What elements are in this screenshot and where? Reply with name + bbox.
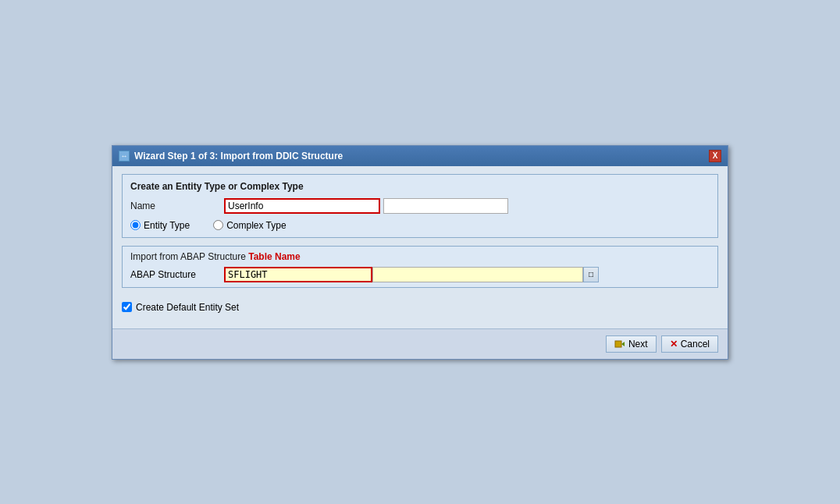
close-button[interactable]: X: [709, 150, 721, 162]
name-input-secondary[interactable]: [383, 198, 508, 214]
abap-structure-secondary[interactable]: [372, 267, 583, 282]
complex-type-label: Complex Type: [226, 220, 286, 231]
import-section: Import from ABAP Structure Table Name AB…: [122, 246, 718, 288]
abap-structure-input[interactable]: [224, 267, 372, 282]
create-type-title: Create an Entity Type or Complex Type: [130, 181, 710, 192]
cancel-icon: ✕: [670, 339, 678, 350]
name-field-row: Name: [130, 198, 710, 214]
browse-button[interactable]: □: [583, 267, 599, 282]
svg-marker-1: [621, 342, 625, 346]
footer: Next ✕ Cancel: [112, 328, 728, 359]
name-label: Name: [130, 201, 224, 211]
import-section-title: Import from ABAP Structure Table Name: [130, 251, 710, 262]
checkbox-row[interactable]: Create Default Entity Set: [122, 302, 718, 313]
entity-type-label: Entity Type: [144, 220, 190, 231]
complex-type-radio[interactable]: [213, 220, 223, 230]
next-icon: [614, 339, 625, 350]
next-button[interactable]: Next: [606, 335, 657, 353]
wizard-icon: ↔: [119, 151, 130, 161]
create-entity-set-checkbox[interactable]: [122, 302, 132, 312]
dialog-title: Wizard Step 1 of 3: Import from DDIC Str…: [134, 151, 343, 161]
entity-type-radio[interactable]: [130, 220, 141, 230]
dialog-body: Create an Entity Type or Complex Type Na…: [112, 166, 728, 328]
complex-type-option[interactable]: Complex Type: [213, 220, 286, 231]
svg-rect-0: [615, 341, 621, 347]
title-bar: ↔ Wizard Step 1 of 3: Import from DDIC S…: [112, 146, 728, 166]
main-dialog: ↔ Wizard Step 1 of 3: Import from DDIC S…: [112, 145, 728, 360]
abap-field-row: ABAP Structure □: [130, 267, 710, 282]
name-input[interactable]: [224, 198, 380, 214]
table-name-label: Table Name: [248, 251, 300, 262]
type-radio-row: Entity Type Complex Type: [130, 220, 710, 231]
cancel-button[interactable]: ✕ Cancel: [661, 335, 718, 353]
create-type-section: Create an Entity Type or Complex Type Na…: [122, 174, 718, 238]
abap-label: ABAP Structure: [130, 269, 224, 280]
title-bar-left: ↔ Wizard Step 1 of 3: Import from DDIC S…: [119, 151, 343, 161]
entity-type-option[interactable]: Entity Type: [130, 220, 190, 231]
create-entity-set-label: Create Default Entity Set: [136, 302, 239, 313]
